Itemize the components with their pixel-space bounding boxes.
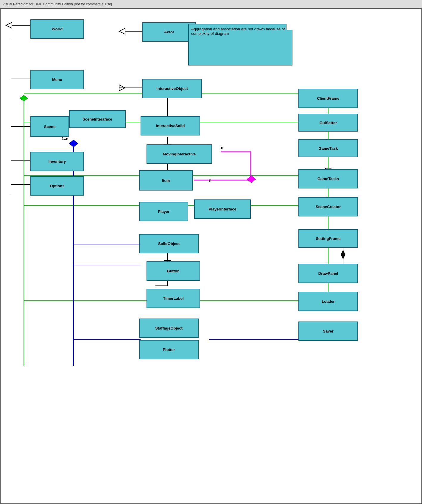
diagram-area: n n n 1..n World Actor Aggregation and a… [0, 8, 422, 504]
drawpanel-class: DrawPanel [298, 264, 358, 283]
svg-marker-2 [119, 28, 125, 34]
note-box: Aggregation and association are not draw… [188, 24, 292, 65]
inventory-class: Inventory [30, 152, 84, 171]
guisetter-class: GuiSetter [298, 114, 358, 132]
svg-marker-22 [69, 140, 78, 147]
interactivesolid-class: InteractiveSolid [141, 116, 200, 135]
loader-class: Loader [298, 292, 358, 311]
settingframe-class: SettingFrame [298, 229, 358, 248]
title-bar: Visual Paradigm for UML Community Editio… [0, 0, 422, 8]
button-class: Button [147, 261, 200, 281]
svg-text:n: n [221, 145, 223, 150]
playerinterface-class: PlayerInterface [194, 199, 251, 219]
svg-text:1..n: 1..n [62, 136, 68, 141]
gametasks-class: GameTasks [298, 169, 358, 188]
menu-class: Menu [30, 70, 84, 89]
svg-marker-12 [20, 95, 28, 101]
interactiveobject-class: InteractiveObject [142, 79, 202, 98]
svg-marker-38 [247, 176, 256, 183]
solidobject-class: SolidObject [139, 234, 199, 253]
gametask-class: GameTask [298, 139, 358, 157]
world-class: World [30, 19, 84, 39]
staffageobject-class: StaffageObject [139, 319, 199, 338]
clientframe-class: ClientFrame [298, 89, 358, 108]
player-class: Player [139, 202, 188, 221]
saver-class: Saver [298, 322, 358, 341]
svg-marker-10 [119, 85, 125, 91]
actor-class: Actor [142, 22, 196, 42]
svg-marker-0 [6, 22, 12, 28]
scenecreator-class: SceneCreator [298, 197, 358, 216]
movinginteractive-class: MovingInteractive [147, 144, 212, 164]
sceneinterface-class: SceneInteraface [69, 110, 126, 128]
app-title: Visual Paradigm for UML Community Editio… [2, 2, 112, 6]
scene-class: Scene [30, 116, 69, 137]
timerlabel-class: TimerLabel [147, 289, 200, 308]
item-class: Item [139, 170, 193, 191]
svg-text:n: n [209, 178, 211, 182]
svg-marker-46 [341, 250, 345, 259]
options-class: Options [30, 176, 84, 196]
plotter-class: Plotter [139, 340, 199, 359]
